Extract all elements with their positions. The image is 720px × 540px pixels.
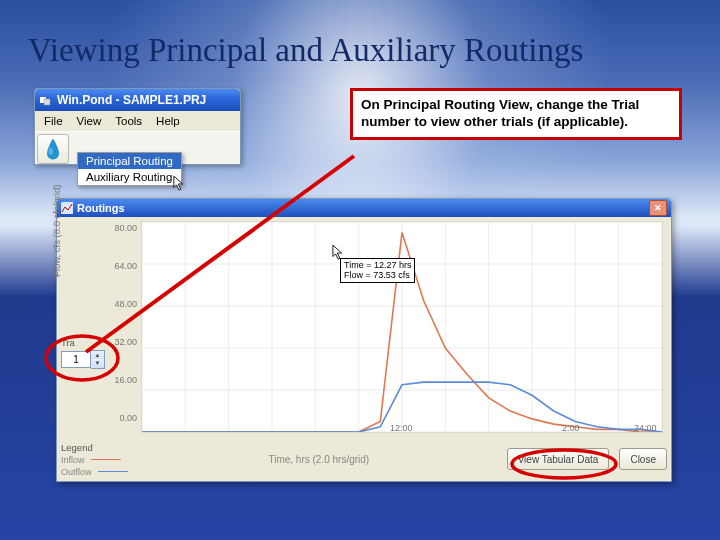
y-tick: 48.00 <box>97 299 137 309</box>
cursor-icon <box>173 175 187 193</box>
tool-button-routing[interactable] <box>37 134 69 164</box>
legend-item-inflow: Inflow <box>61 455 141 465</box>
spin-buttons[interactable]: ▲ ▼ <box>91 350 105 369</box>
menu-view[interactable]: View <box>70 114 109 128</box>
submenu-item-auxiliary[interactable]: Auxiliary Routing <box>78 169 181 185</box>
legend: Legend Inflow Outflow <box>61 442 141 477</box>
legend-item-outflow: Outflow <box>61 467 141 477</box>
tooltip-line2: Flow = 73.53 cfs <box>344 270 411 280</box>
trial-panel: Tra ▲ ▼ <box>61 337 117 368</box>
x-tick: 2:00 <box>562 423 580 433</box>
chart-window-icon <box>61 202 73 214</box>
submenu-item-principal[interactable]: Principal Routing <box>78 153 181 169</box>
x-tick: 24:00 <box>634 423 657 433</box>
view-tabular-button[interactable]: View Tabular Data <box>507 448 610 470</box>
y-tick: 64.00 <box>97 261 137 271</box>
app-icon <box>39 93 53 107</box>
trial-input[interactable] <box>61 351 91 368</box>
y-tick: 80.00 <box>97 223 137 233</box>
chart-body: 80.00 64.00 48.00 32.00 16.00 0.00 Flow,… <box>57 217 671 435</box>
chart-window-title: Routings <box>77 202 125 214</box>
svg-rect-3 <box>61 202 73 214</box>
spin-down-icon[interactable]: ▼ <box>91 359 104 368</box>
chart-tooltip: Time = 12.27 hrs Flow = 73.53 cfs <box>340 258 415 283</box>
svg-rect-1 <box>44 99 50 105</box>
legend-inflow-label: Inflow <box>61 455 85 465</box>
close-chart-button[interactable]: Close <box>619 448 667 470</box>
app-window-small: Win.Pond - SAMPLE1.PRJ File View Tools H… <box>34 88 241 165</box>
window-title: Win.Pond - SAMPLE1.PRJ <box>57 93 206 107</box>
callout-box: On Principal Routing View, change the Tr… <box>350 88 682 140</box>
slide-title: Viewing Principal and Auxiliary Routings <box>28 32 583 69</box>
menu-file[interactable]: File <box>37 114 70 128</box>
y-axis-title: Flow, cfs (8.0 cfs/grid) <box>51 185 62 277</box>
trial-label: Tra <box>61 337 117 348</box>
view-submenu: Principal Routing Auxiliary Routing <box>77 152 182 186</box>
close-button[interactable]: ✕ <box>649 200 667 216</box>
tooltip-line1: Time = 12.27 hrs <box>344 260 411 270</box>
x-axis-title: Time, hrs (2.0 hrs/grid) <box>141 454 497 465</box>
chart-titlebar[interactable]: Routings ✕ <box>57 199 671 217</box>
chart-plot <box>142 222 662 432</box>
titlebar[interactable]: Win.Pond - SAMPLE1.PRJ <box>35 89 240 111</box>
menu-help[interactable]: Help <box>149 114 187 128</box>
legend-title: Legend <box>61 442 141 453</box>
y-tick: 16.00 <box>97 375 137 385</box>
y-tick: 0.00 <box>97 413 137 423</box>
legend-line-icon <box>98 471 128 472</box>
menu-tools[interactable]: Tools <box>108 114 149 128</box>
chart-footer: Legend Inflow Outflow Time, hrs (2.0 hrs… <box>61 439 667 479</box>
trial-spinner[interactable]: ▲ ▼ <box>61 350 117 368</box>
x-tick: 12:00 <box>390 423 413 433</box>
legend-line-icon <box>91 459 121 460</box>
spin-up-icon[interactable]: ▲ <box>91 351 104 360</box>
legend-outflow-label: Outflow <box>61 467 92 477</box>
toolbar: Principal Routing Auxiliary Routing <box>35 131 240 164</box>
menu-bar[interactable]: File View Tools Help <box>35 111 240 131</box>
chart-window: Routings ✕ 80.00 64.00 48.00 32.00 16.00… <box>56 198 672 482</box>
svg-point-2 <box>49 148 54 156</box>
water-drop-icon <box>44 137 62 161</box>
chart-canvas: Time = 12.27 hrs Flow = 73.53 cfs 12:00 … <box>141 221 663 433</box>
